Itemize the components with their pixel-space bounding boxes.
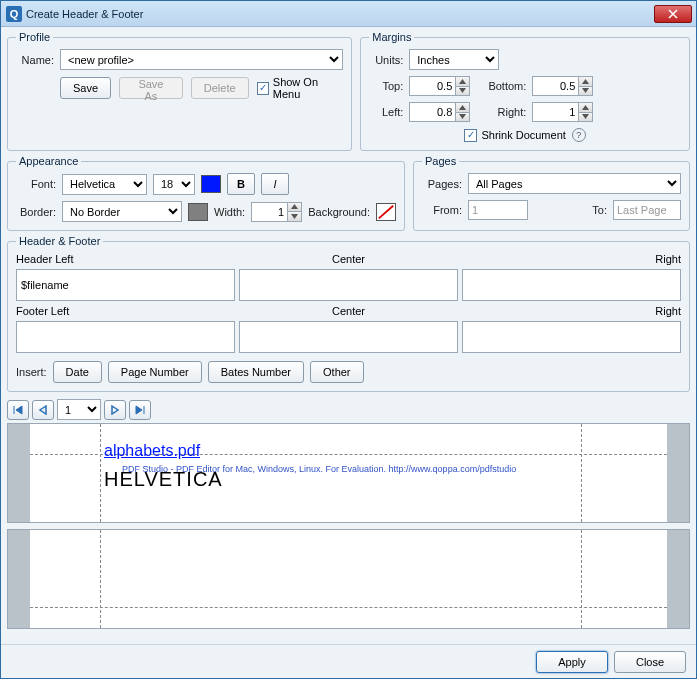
prev-page-button[interactable] xyxy=(32,400,54,420)
units-select[interactable]: Inches xyxy=(409,49,499,70)
pages-label: Pages: xyxy=(422,178,462,190)
first-page-button[interactable] xyxy=(7,400,29,420)
pages-legend: Pages xyxy=(422,155,459,167)
border-label: Border: xyxy=(16,206,56,218)
page-select[interactable]: 1 xyxy=(57,399,101,420)
font-family-select[interactable]: Helvetica xyxy=(62,174,147,195)
header-center-input[interactable] xyxy=(239,269,458,301)
help-icon[interactable]: ? xyxy=(572,128,586,142)
from-input xyxy=(468,200,528,220)
border-width-spinner[interactable] xyxy=(251,202,302,222)
header-right-label: Right xyxy=(462,253,681,265)
title-bar: Q Create Header & Footer xyxy=(1,1,696,27)
header-footer-group: Header & Footer Header Left Center Right… xyxy=(7,235,690,392)
svg-line-0 xyxy=(379,205,393,218)
hf-legend: Header & Footer xyxy=(16,235,103,247)
profile-legend: Profile xyxy=(16,31,53,43)
apply-button[interactable]: Apply xyxy=(536,651,608,673)
top-label: Top: xyxy=(369,80,403,92)
footer-left-input[interactable] xyxy=(16,321,235,353)
spin-down-icon[interactable] xyxy=(455,86,470,97)
to-input xyxy=(613,200,681,220)
bottom-spinner[interactable] xyxy=(532,76,593,96)
window-title: Create Header & Footer xyxy=(26,8,143,20)
checkbox-icon xyxy=(464,129,477,142)
width-label: Width: xyxy=(214,206,245,218)
preview-nav: 1 xyxy=(7,396,690,423)
italic-button[interactable]: I xyxy=(261,173,289,195)
no-fill-icon xyxy=(377,204,395,220)
footer-right-label: Right xyxy=(462,305,681,317)
profile-name-select[interactable]: <new profile> xyxy=(60,49,343,70)
border-color-swatch[interactable] xyxy=(188,203,208,221)
left-label: Left: xyxy=(369,106,403,118)
insert-date-button[interactable]: Date xyxy=(53,361,102,383)
close-icon xyxy=(668,9,678,19)
footer-right-input[interactable] xyxy=(462,321,681,353)
top-spinner[interactable] xyxy=(409,76,470,96)
bold-button[interactable]: B xyxy=(227,173,255,195)
save-as-button[interactable]: Save As xyxy=(119,77,183,99)
background-label: Background: xyxy=(308,206,370,218)
dialog-footer: Apply Close xyxy=(1,644,696,678)
footer-left-label: Footer Left xyxy=(16,305,235,317)
from-label: From: xyxy=(422,204,462,216)
appearance-group: Appearance Font: Helvetica 18 B I Border… xyxy=(7,155,405,231)
font-color-swatch[interactable] xyxy=(201,175,221,193)
background-color-swatch[interactable] xyxy=(376,203,396,221)
right-label: Right: xyxy=(476,106,526,118)
footer-preview xyxy=(7,529,690,629)
font-label: Font: xyxy=(16,178,56,190)
next-page-button[interactable] xyxy=(104,400,126,420)
preview-filename: alphabets.pdf xyxy=(104,442,200,460)
shrink-document-checkbox[interactable]: Shrink Document xyxy=(464,129,565,142)
insert-page-number-button[interactable]: Page Number xyxy=(108,361,202,383)
right-spinner[interactable] xyxy=(532,102,593,122)
header-right-input[interactable] xyxy=(462,269,681,301)
footer-center-label: Center xyxy=(239,305,458,317)
name-label: Name: xyxy=(16,54,54,66)
last-page-button[interactable] xyxy=(129,400,151,420)
app-icon: Q xyxy=(6,6,22,22)
pages-group: Pages Pages: All Pages From: To: xyxy=(413,155,690,231)
units-label: Units: xyxy=(369,54,403,66)
profile-group: Profile Name: <new profile> Save Save As… xyxy=(7,31,352,151)
bottom-label: Bottom: xyxy=(476,80,526,92)
close-button[interactable]: Close xyxy=(614,651,686,673)
header-left-label: Header Left xyxy=(16,253,235,265)
shrink-label: Shrink Document xyxy=(481,129,565,141)
preview-helvetica: HELVETICA xyxy=(104,468,223,491)
insert-label: Insert: xyxy=(16,366,47,378)
header-center-label: Center xyxy=(239,253,458,265)
font-size-select[interactable]: 18 xyxy=(153,174,195,195)
footer-center-input[interactable] xyxy=(239,321,458,353)
border-style-select[interactable]: No Border xyxy=(62,201,182,222)
left-spinner[interactable] xyxy=(409,102,470,122)
margins-legend: Margins xyxy=(369,31,414,43)
window-close-button[interactable] xyxy=(654,5,692,23)
delete-button[interactable]: Delete xyxy=(191,77,249,99)
header-preview: alphabets.pdf PDF Studio - PDF Editor fo… xyxy=(7,423,690,523)
insert-other-button[interactable]: Other xyxy=(310,361,364,383)
show-on-menu-checkbox[interactable]: Show On Menu xyxy=(257,76,344,100)
checkbox-icon xyxy=(257,82,269,95)
appearance-legend: Appearance xyxy=(16,155,81,167)
pages-range-select[interactable]: All Pages xyxy=(468,173,681,194)
show-on-menu-label: Show On Menu xyxy=(273,76,344,100)
margins-group: Margins Units: Inches Top: Bottom: Left:… xyxy=(360,31,690,151)
header-left-input[interactable] xyxy=(16,269,235,301)
insert-bates-button[interactable]: Bates Number xyxy=(208,361,304,383)
save-button[interactable]: Save xyxy=(60,77,111,99)
to-label: To: xyxy=(592,204,607,216)
spin-up-icon[interactable] xyxy=(455,76,470,86)
